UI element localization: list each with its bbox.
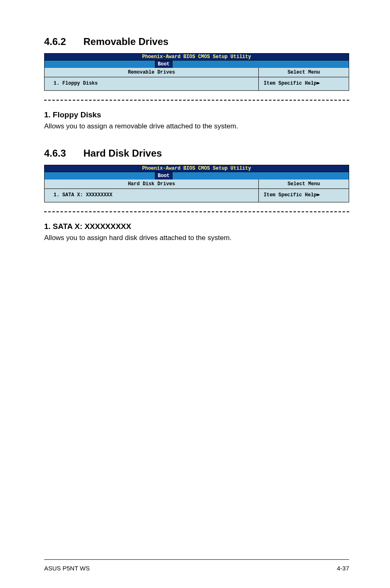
bios-help-text: Item Specific Help▶▶ [259,77,349,90]
dashed-divider [44,211,349,212]
bios-panel-title: Hard Disk Drives [45,180,259,189]
sub-heading-floppy: 1. Floppy Disks [44,110,349,119]
bios-tab-boot[interactable]: Boot [155,172,173,180]
sub-heading-sata: 1. SATA X: XXXXXXXXX [44,222,349,231]
bios-item-floppy[interactable]: 1. Floppy Disks [45,77,259,90]
dashed-divider [44,100,349,101]
bios-tab-bar: Boot [45,172,349,180]
footer-page-number: 4-37 [337,565,349,572]
page-footer: ASUS P5NT WS 4-37 [44,559,349,572]
footer-product: ASUS P5NT WS [44,565,90,572]
bios-help-label: Item Specific Help [264,192,317,198]
forward-icon: ▶▶ [317,81,318,85]
section-heading-removable: 4.6.2Removable Drives [44,36,349,47]
bios-select-menu: Select Menu [259,68,349,77]
bios-tab-bar: Boot [45,61,349,68]
bios-utility-title: Phoenix-Award BIOS CMOS Setup Utility [45,165,349,172]
section-number: 4.6.3 [44,148,83,159]
body-text-floppy: Allows you to assign a removable drive a… [44,122,349,131]
bios-header-row: Hard Disk Drives Select Menu [45,180,349,189]
section-title: Removable Drives [83,36,168,47]
bios-panel-removable: Phoenix-Award BIOS CMOS Setup Utility Bo… [44,53,349,91]
section-heading-harddisk: 4.6.3Hard Disk Drives [44,148,349,159]
bios-help-text: Item Specific Help▶▶ [259,189,349,202]
bios-help-label: Item Specific Help [264,81,317,86]
bios-panel-title: Removable Drives [45,68,259,77]
bios-body-row: 1. Floppy Disks Item Specific Help▶▶ [45,77,349,90]
bios-panel-harddisk: Phoenix-Award BIOS CMOS Setup Utility Bo… [44,165,349,202]
body-text-sata: Allows you to assign hard disk drives at… [44,233,349,243]
bios-utility-title: Phoenix-Award BIOS CMOS Setup Utility [45,54,349,61]
bios-select-menu: Select Menu [259,180,349,189]
bios-item-sata[interactable]: 1. SATA X: XXXXXXXXX [45,189,259,202]
bios-body-row: 1. SATA X: XXXXXXXXX Item Specific Help▶… [45,189,349,202]
section-title: Hard Disk Drives [83,148,162,159]
bios-tab-boot[interactable]: Boot [155,61,173,68]
bios-header-row: Removable Drives Select Menu [45,68,349,77]
section-number: 4.6.2 [44,36,83,47]
forward-icon: ▶▶ [317,192,318,197]
